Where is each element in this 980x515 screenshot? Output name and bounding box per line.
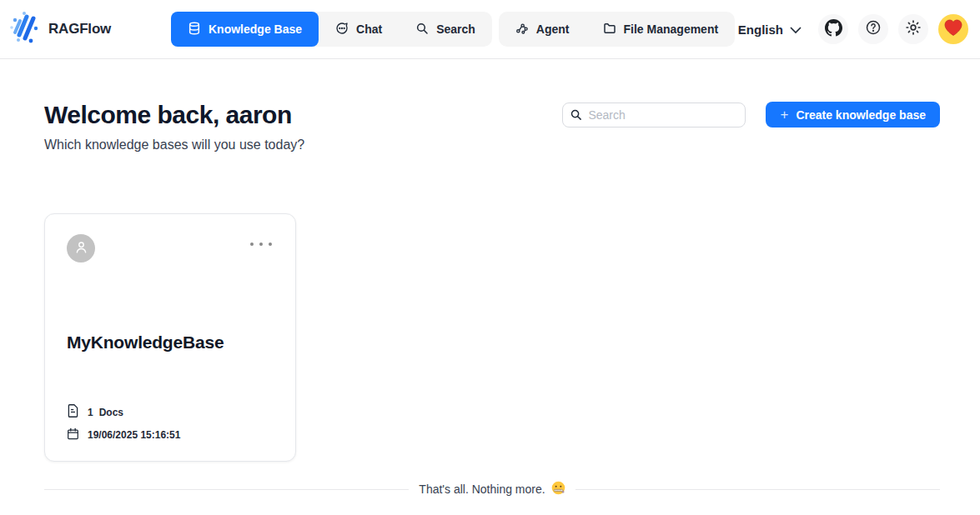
- language-selector[interactable]: English: [738, 22, 802, 37]
- knowledge-base-card[interactable]: MyKnowledgeBase 1 Docs: [44, 213, 296, 462]
- create-knowledge-base-button[interactable]: + Create knowledge base: [766, 102, 940, 128]
- brand[interactable]: RAGFlow: [8, 11, 171, 48]
- list-end-divider: That's all. Nothing more.: [44, 481, 940, 498]
- welcome-block: Welcome back, aaron Which knowledge base…: [44, 101, 304, 152]
- search-box: [562, 102, 746, 128]
- main-content: Welcome back, aaron Which knowledge base…: [0, 59, 980, 498]
- ragflow-logo-icon: [8, 11, 40, 48]
- welcome-row: Welcome back, aaron Which knowledge base…: [44, 101, 940, 152]
- folder-icon: [603, 22, 616, 38]
- nav-file-management[interactable]: File Management: [586, 12, 736, 47]
- kb-meta: 1 Docs 19/06/2025 15:16:51: [67, 404, 274, 442]
- plus-icon: +: [780, 108, 788, 122]
- card-header: [67, 234, 274, 262]
- created-timestamp: 19/06/2025 15:16:51: [88, 429, 180, 441]
- brand-name: RAGFlow: [48, 21, 111, 38]
- kb-title: MyKnowledgeBase: [67, 332, 274, 352]
- language-label: English: [738, 22, 783, 37]
- list-end-message: That's all. Nothing more.: [409, 481, 575, 498]
- help-icon: [865, 19, 882, 39]
- docs-label: Docs: [99, 407, 123, 418]
- page-title: Welcome back, aaron: [44, 101, 304, 129]
- search-input[interactable]: [562, 102, 746, 128]
- main-nav: Knowledge Base Chat: [171, 12, 735, 47]
- search-icon: [570, 108, 582, 124]
- nav-label: File Management: [624, 22, 719, 36]
- divider-line: [575, 489, 940, 490]
- sun-icon: [905, 19, 922, 39]
- docs-count: 1: [88, 407, 93, 418]
- kb-avatar: [67, 234, 95, 262]
- search-icon: [415, 22, 429, 38]
- list-end-text: That's all. Nothing more.: [419, 482, 545, 496]
- header-actions: English: [738, 14, 968, 44]
- actions-row: + Create knowledge base: [562, 101, 940, 128]
- nav-label: Search: [436, 22, 475, 36]
- divider-line: [44, 489, 409, 490]
- document-icon: [67, 404, 79, 420]
- chevron-down-icon: [790, 22, 802, 37]
- zipper-mouth-emoji: [551, 481, 565, 498]
- nav-agent[interactable]: Agent: [499, 12, 586, 47]
- help-button[interactable]: [858, 14, 888, 44]
- chat-icon: [335, 22, 349, 38]
- database-icon: [188, 22, 201, 38]
- nav-label: Agent: [536, 22, 570, 36]
- nav-label: Chat: [356, 22, 382, 36]
- calendar-icon: [67, 428, 79, 442]
- nav-chat[interactable]: Chat: [319, 12, 399, 47]
- user-avatar[interactable]: [938, 14, 968, 44]
- github-icon: [825, 19, 842, 40]
- person-icon: [73, 239, 89, 258]
- github-button[interactable]: [818, 14, 848, 44]
- created-row: 19/06/2025 15:16:51: [67, 428, 274, 442]
- knowledge-base-list: MyKnowledgeBase 1 Docs: [44, 213, 940, 462]
- docs-row: 1 Docs: [67, 404, 274, 420]
- nav-label: Knowledge Base: [209, 22, 302, 36]
- theme-toggle-button[interactable]: [898, 14, 928, 44]
- top-header: RAGFlow Knowledge Base: [0, 0, 980, 59]
- agent-icon: [515, 22, 529, 38]
- card-menu-button[interactable]: [249, 234, 274, 254]
- nav-knowledge-base[interactable]: Knowledge Base: [171, 12, 319, 47]
- page-subtitle: Which knowledge bases will you use today…: [44, 138, 304, 152]
- heart-icon: [943, 18, 963, 40]
- nav-search[interactable]: Search: [399, 12, 492, 47]
- create-button-label: Create knowledge base: [796, 108, 926, 122]
- nav-group-right: Agent File Management: [499, 12, 735, 47]
- nav-group-left: Knowledge Base Chat: [171, 12, 492, 47]
